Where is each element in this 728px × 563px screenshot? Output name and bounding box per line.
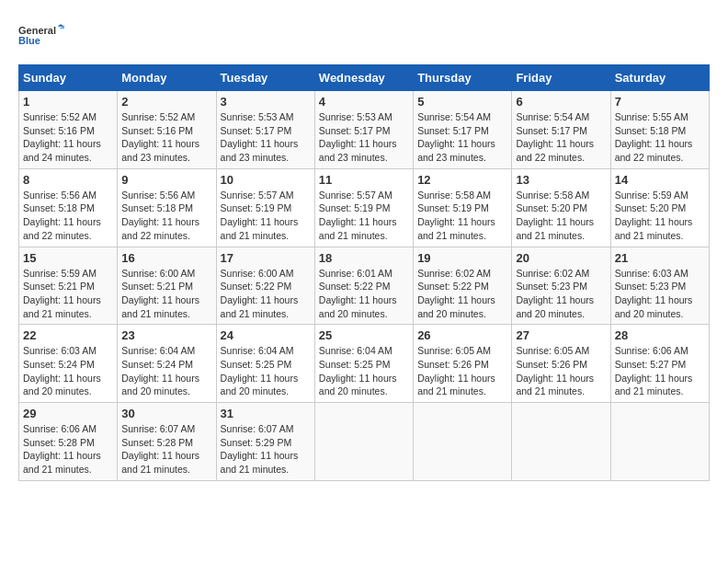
day-info: Sunrise: 5:54 AM Sunset: 5:17 PM Dayligh… bbox=[417, 110, 507, 165]
day-number: 1 bbox=[23, 95, 113, 109]
day-info: Sunrise: 6:06 AM Sunset: 5:28 PM Dayligh… bbox=[23, 422, 113, 477]
calendar-cell: 24Sunrise: 6:04 AM Sunset: 5:25 PM Dayli… bbox=[216, 325, 314, 403]
calendar-week-row: 8Sunrise: 5:56 AM Sunset: 5:18 PM Daylig… bbox=[19, 168, 710, 247]
col-header-wednesday: Wednesday bbox=[314, 65, 413, 91]
calendar-cell bbox=[512, 403, 610, 481]
day-number: 14 bbox=[615, 173, 705, 187]
calendar-cell: 11Sunrise: 5:57 AM Sunset: 5:19 PM Dayli… bbox=[314, 168, 413, 247]
calendar-cell: 19Sunrise: 6:02 AM Sunset: 5:22 PM Dayli… bbox=[414, 247, 512, 325]
calendar-cell: 18Sunrise: 6:01 AM Sunset: 5:22 PM Dayli… bbox=[314, 247, 413, 325]
day-number: 8 bbox=[23, 173, 113, 187]
day-number: 24 bbox=[221, 328, 311, 342]
col-header-sunday: Sunday bbox=[19, 65, 118, 91]
day-number: 16 bbox=[121, 251, 211, 265]
calendar-cell bbox=[314, 403, 413, 481]
calendar-cell: 4Sunrise: 5:53 AM Sunset: 5:17 PM Daylig… bbox=[314, 91, 413, 169]
day-number: 10 bbox=[221, 173, 311, 187]
calendar-cell: 26Sunrise: 6:05 AM Sunset: 5:26 PM Dayli… bbox=[414, 325, 512, 403]
day-number: 28 bbox=[615, 328, 705, 342]
day-info: Sunrise: 5:58 AM Sunset: 5:20 PM Dayligh… bbox=[516, 189, 606, 243]
day-info: Sunrise: 6:02 AM Sunset: 5:22 PM Dayligh… bbox=[417, 267, 507, 321]
day-number: 29 bbox=[23, 407, 113, 420]
day-info: Sunrise: 6:05 AM Sunset: 5:26 PM Dayligh… bbox=[417, 344, 507, 398]
day-info: Sunrise: 5:59 AM Sunset: 5:20 PM Dayligh… bbox=[615, 189, 705, 243]
day-info: Sunrise: 5:59 AM Sunset: 5:21 PM Dayligh… bbox=[23, 267, 113, 321]
day-number: 17 bbox=[221, 251, 311, 265]
day-info: Sunrise: 5:52 AM Sunset: 5:16 PM Dayligh… bbox=[23, 110, 113, 165]
day-number: 19 bbox=[417, 251, 507, 265]
day-info: Sunrise: 5:54 AM Sunset: 5:17 PM Dayligh… bbox=[516, 110, 606, 165]
svg-text:General: General bbox=[18, 25, 56, 36]
day-info: Sunrise: 6:02 AM Sunset: 5:23 PM Dayligh… bbox=[516, 267, 606, 321]
day-info: Sunrise: 5:57 AM Sunset: 5:19 PM Dayligh… bbox=[221, 189, 311, 243]
day-info: Sunrise: 6:04 AM Sunset: 5:24 PM Dayligh… bbox=[121, 344, 211, 398]
svg-text:Blue: Blue bbox=[18, 35, 40, 46]
calendar-cell: 20Sunrise: 6:02 AM Sunset: 5:23 PM Dayli… bbox=[512, 247, 610, 325]
day-info: Sunrise: 6:00 AM Sunset: 5:22 PM Dayligh… bbox=[221, 267, 311, 321]
day-number: 7 bbox=[615, 95, 705, 109]
calendar-week-row: 29Sunrise: 6:06 AM Sunset: 5:28 PM Dayli… bbox=[19, 403, 710, 481]
calendar-cell: 14Sunrise: 5:59 AM Sunset: 5:20 PM Dayli… bbox=[610, 168, 709, 247]
col-header-thursday: Thursday bbox=[414, 65, 512, 91]
calendar-week-row: 1Sunrise: 5:52 AM Sunset: 5:16 PM Daylig… bbox=[19, 91, 710, 169]
day-number: 6 bbox=[516, 95, 606, 109]
day-info: Sunrise: 6:07 AM Sunset: 5:29 PM Dayligh… bbox=[221, 422, 311, 477]
day-number: 13 bbox=[516, 173, 606, 187]
calendar-cell: 15Sunrise: 5:59 AM Sunset: 5:21 PM Dayli… bbox=[19, 247, 118, 325]
day-number: 26 bbox=[417, 328, 507, 342]
calendar-cell: 30Sunrise: 6:07 AM Sunset: 5:28 PM Dayli… bbox=[118, 403, 216, 481]
day-number: 3 bbox=[221, 95, 311, 109]
day-number: 27 bbox=[516, 328, 606, 342]
day-info: Sunrise: 6:07 AM Sunset: 5:28 PM Dayligh… bbox=[121, 422, 211, 477]
day-info: Sunrise: 6:03 AM Sunset: 5:23 PM Dayligh… bbox=[615, 267, 705, 321]
calendar-cell: 8Sunrise: 5:56 AM Sunset: 5:18 PM Daylig… bbox=[19, 168, 118, 247]
calendar-cell: 16Sunrise: 6:00 AM Sunset: 5:21 PM Dayli… bbox=[118, 247, 216, 325]
day-number: 11 bbox=[319, 173, 409, 187]
calendar-cell: 13Sunrise: 5:58 AM Sunset: 5:20 PM Dayli… bbox=[512, 168, 610, 247]
calendar-cell: 10Sunrise: 5:57 AM Sunset: 5:19 PM Dayli… bbox=[216, 168, 314, 247]
col-header-friday: Friday bbox=[512, 65, 610, 91]
day-number: 9 bbox=[121, 173, 211, 187]
calendar-cell bbox=[414, 403, 512, 481]
day-info: Sunrise: 5:58 AM Sunset: 5:19 PM Dayligh… bbox=[417, 189, 507, 243]
day-number: 4 bbox=[319, 95, 409, 109]
day-info: Sunrise: 6:04 AM Sunset: 5:25 PM Dayligh… bbox=[319, 344, 409, 398]
day-info: Sunrise: 5:53 AM Sunset: 5:17 PM Dayligh… bbox=[221, 110, 311, 165]
day-info: Sunrise: 6:03 AM Sunset: 5:24 PM Dayligh… bbox=[23, 344, 113, 398]
day-number: 5 bbox=[417, 95, 507, 109]
calendar-cell: 12Sunrise: 5:58 AM Sunset: 5:19 PM Dayli… bbox=[414, 168, 512, 247]
day-info: Sunrise: 5:55 AM Sunset: 5:18 PM Dayligh… bbox=[615, 110, 705, 165]
day-number: 21 bbox=[615, 251, 705, 265]
calendar-cell: 2Sunrise: 5:52 AM Sunset: 5:16 PM Daylig… bbox=[118, 91, 216, 169]
day-info: Sunrise: 6:04 AM Sunset: 5:25 PM Dayligh… bbox=[221, 344, 311, 398]
calendar-cell: 27Sunrise: 6:05 AM Sunset: 5:26 PM Dayli… bbox=[512, 325, 610, 403]
calendar-cell: 6Sunrise: 5:54 AM Sunset: 5:17 PM Daylig… bbox=[512, 91, 610, 169]
col-header-saturday: Saturday bbox=[610, 65, 709, 91]
day-info: Sunrise: 6:06 AM Sunset: 5:27 PM Dayligh… bbox=[615, 344, 705, 398]
calendar-cell: 28Sunrise: 6:06 AM Sunset: 5:27 PM Dayli… bbox=[610, 325, 709, 403]
day-info: Sunrise: 6:00 AM Sunset: 5:21 PM Dayligh… bbox=[121, 267, 211, 321]
calendar-week-row: 15Sunrise: 5:59 AM Sunset: 5:21 PM Dayli… bbox=[19, 247, 710, 325]
day-number: 2 bbox=[121, 95, 211, 109]
calendar-week-row: 22Sunrise: 6:03 AM Sunset: 5:24 PM Dayli… bbox=[19, 325, 710, 403]
calendar-cell: 22Sunrise: 6:03 AM Sunset: 5:24 PM Dayli… bbox=[19, 325, 118, 403]
logo: General Blue bbox=[18, 18, 64, 55]
calendar-cell: 5Sunrise: 5:54 AM Sunset: 5:17 PM Daylig… bbox=[414, 91, 512, 169]
day-number: 22 bbox=[23, 328, 113, 342]
calendar-cell: 17Sunrise: 6:00 AM Sunset: 5:22 PM Dayli… bbox=[216, 247, 314, 325]
calendar-cell bbox=[610, 403, 709, 481]
day-info: Sunrise: 5:56 AM Sunset: 5:18 PM Dayligh… bbox=[23, 189, 113, 243]
calendar-table: SundayMondayTuesdayWednesdayThursdayFrid… bbox=[18, 64, 710, 481]
calendar-cell: 3Sunrise: 5:53 AM Sunset: 5:17 PM Daylig… bbox=[216, 91, 314, 169]
calendar-cell: 25Sunrise: 6:04 AM Sunset: 5:25 PM Dayli… bbox=[314, 325, 413, 403]
day-number: 30 bbox=[121, 407, 211, 420]
col-header-tuesday: Tuesday bbox=[216, 65, 314, 91]
col-header-monday: Monday bbox=[118, 65, 216, 91]
calendar-cell: 23Sunrise: 6:04 AM Sunset: 5:24 PM Dayli… bbox=[118, 325, 216, 403]
calendar-header-row: SundayMondayTuesdayWednesdayThursdayFrid… bbox=[19, 65, 710, 91]
day-info: Sunrise: 5:53 AM Sunset: 5:17 PM Dayligh… bbox=[319, 110, 409, 165]
day-info: Sunrise: 6:01 AM Sunset: 5:22 PM Dayligh… bbox=[319, 267, 409, 321]
day-info: Sunrise: 5:57 AM Sunset: 5:19 PM Dayligh… bbox=[319, 189, 409, 243]
day-number: 20 bbox=[516, 251, 606, 265]
day-info: Sunrise: 5:52 AM Sunset: 5:16 PM Dayligh… bbox=[121, 110, 211, 165]
